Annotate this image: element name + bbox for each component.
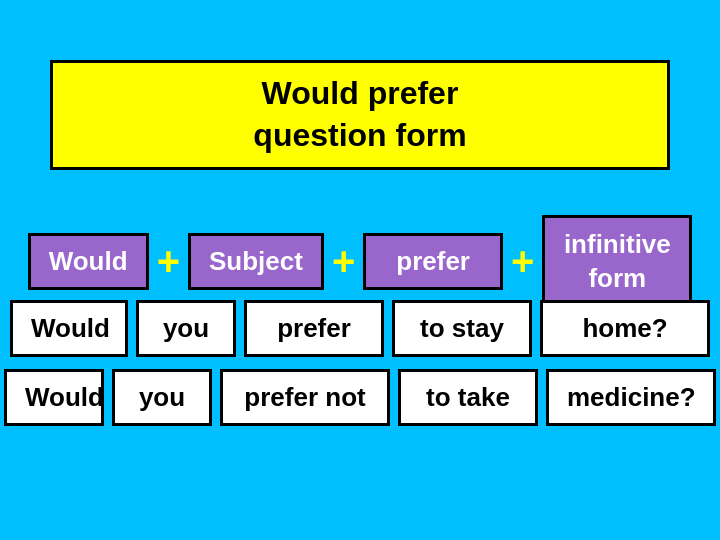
main-container: Would prefer question form Would + Subje…: [0, 0, 720, 540]
examples-area: Would you prefer to stay home? Would you…: [10, 300, 710, 438]
ex1-would: Would: [10, 300, 128, 357]
formula-infinitive: infinitiveform: [542, 215, 692, 309]
ex1-infinitive: to stay: [392, 300, 532, 357]
ex2-would: Would: [4, 369, 104, 426]
formula-subject: Subject: [188, 233, 324, 290]
example-row-1: Would you prefer to stay home?: [10, 300, 710, 357]
ex1-prefer: prefer: [244, 300, 384, 357]
title-line2: question form: [253, 117, 466, 153]
ex1-subject: you: [136, 300, 236, 357]
ex2-subject: you: [112, 369, 212, 426]
formula-would: Would: [28, 233, 149, 290]
plus-icon-2: +: [332, 239, 355, 284]
ex2-prefer: prefer not: [220, 369, 390, 426]
ex2-infinitive: to take: [398, 369, 538, 426]
plus-icon-3: +: [511, 239, 534, 284]
title-line1: Would prefer: [262, 75, 459, 111]
plus-icon-1: +: [157, 239, 180, 284]
example-row-2: Would you prefer not to take medicine?: [10, 369, 710, 426]
title-text: Would prefer question form: [253, 73, 466, 156]
formula-row: Would + Subject + prefer + infinitivefor…: [10, 215, 710, 309]
ex1-end: home?: [540, 300, 710, 357]
ex2-end: medicine?: [546, 369, 716, 426]
formula-prefer: prefer: [363, 233, 503, 290]
title-box: Would prefer question form: [50, 60, 670, 170]
